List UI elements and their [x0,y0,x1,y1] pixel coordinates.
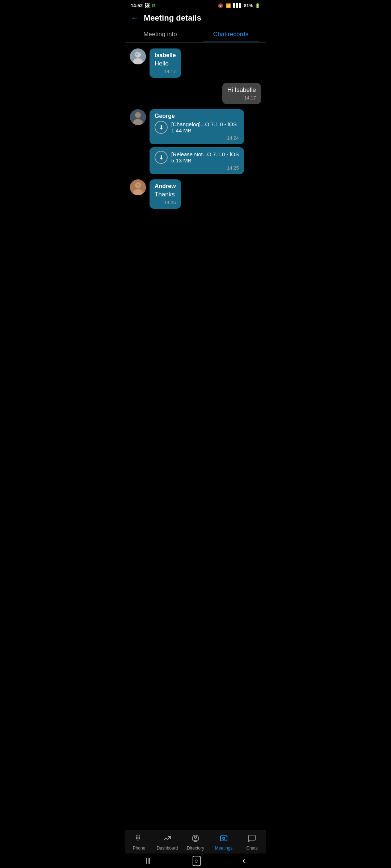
message-row: Hi Isabelle 14:17 [130,83,261,104]
file-name: [Changelog]...O 7.1.0 - iOS [171,121,237,127]
wifi-icon: 📶 [226,3,231,8]
battery-icon: 🔋 [255,3,260,8]
message-time: 14:24 [155,135,239,141]
page-title: Meeting details [144,13,201,23]
isabelle-avatar-svg [130,48,146,64]
message-row: Andrew Thanks 14:25 [130,179,261,209]
file-size: 5.13 MB [171,157,239,163]
message-bubble: Andrew Thanks 14:25 [150,179,181,209]
sender-name: Andrew [155,183,176,190]
message-bubble: ⬇ [Release Not...O 7.1.0 - iOS 5.13 MB 1… [150,147,244,174]
svg-rect-8 [136,114,139,114]
svg-point-3 [136,54,138,55]
back-button[interactable]: ← [131,13,139,23]
message-time: 14:25 [155,165,239,171]
signal-icon: ▋▋▋ [233,3,242,8]
avatar [130,109,146,125]
message-text: Hello [155,60,176,67]
battery-label: 81% [244,3,253,8]
g-icon: G [152,3,155,8]
time: 14:52 [131,3,143,8]
status-bar: 14:52 🖼 G 🔇 📶 ▋▋▋ 81% 🔋 [125,0,266,10]
header: ← Meeting details [125,10,266,27]
svg-point-6 [135,112,141,118]
message-text: Hi Isabelle [227,86,256,94]
download-icon[interactable]: ⬇ [155,121,168,134]
message-time: 14:17 [227,95,256,101]
message-time: 14:17 [155,69,176,74]
avatar [130,48,146,64]
message-row: George ⬇ [Changelog]...O 7.1.0 - iOS 1.4… [130,109,261,174]
photo-icon: 🖼 [145,3,150,8]
mute-icon: 🔇 [218,3,223,8]
status-left: 14:52 🖼 G [131,3,155,8]
tab-chat-records[interactable]: Chat records [196,27,266,42]
message-bubble: George ⬇ [Changelog]...O 7.1.0 - iOS 1.4… [150,109,244,144]
avatar [130,179,146,195]
file-size: 1.44 MB [171,127,237,133]
file-attachment[interactable]: ⬇ [Changelog]...O 7.1.0 - iOS 1.44 MB [155,121,239,134]
svg-point-12 [137,184,139,186]
svg-point-1 [135,52,141,58]
tabs-bar: Meeting info Chat records [125,27,266,43]
sender-name: George [155,113,239,119]
sender-name: Isabelle [155,52,176,59]
status-right: 🔇 📶 ▋▋▋ 81% 🔋 [218,3,260,8]
file-name: [Release Not...O 7.1.0 - iOS [171,151,239,157]
message-row: Isabelle Hello 14:17 [130,48,261,78]
chat-area: Isabelle Hello 14:17 Hi Isabelle 14:17 G… [125,44,266,213]
tab-meeting-info[interactable]: Meeting info [125,27,196,42]
message-bubble: Hi Isabelle 14:17 [222,83,261,104]
message-text: Thanks [155,191,176,198]
andrew-avatar-svg [130,179,146,195]
george-avatar-svg [130,109,146,125]
message-bubble: Isabelle Hello 14:17 [150,48,181,78]
message-time: 14:25 [155,200,176,205]
file-attachment[interactable]: ⬇ [Release Not...O 7.1.0 - iOS 5.13 MB [155,151,239,164]
download-icon[interactable]: ⬇ [155,151,168,164]
